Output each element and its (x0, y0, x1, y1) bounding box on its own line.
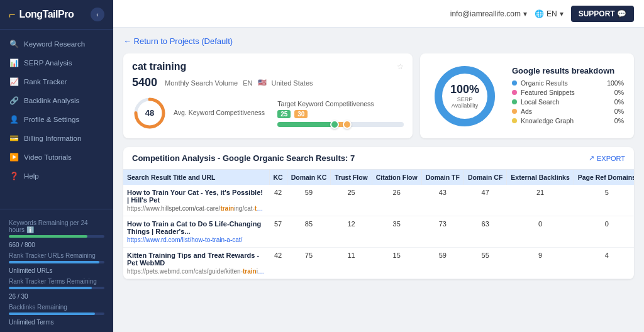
sidebar-item-label: Backlink Analysis (24, 97, 79, 104)
page-ref-0: 5 (574, 185, 634, 216)
table-row: Kitten Training Tips and Treat Rewards -… (123, 248, 634, 279)
result-title-0: How to Train Your Cat - Yes, it's Possib… (127, 189, 265, 204)
volume-label: Monthly Search Volume (165, 79, 238, 87)
rank-tracker-urls-value: Unlimited URLs (9, 267, 104, 274)
table-row: How to Train a Cat to Do 5 Life-Changing… (123, 216, 634, 248)
serp-donut: 100% SERPAvailability (430, 62, 499, 131)
col-domain-tf: Domain TF (421, 170, 464, 185)
col-citation-flow: Citation Flow (372, 170, 421, 185)
sidebar-item-label: Video Tutorials (24, 153, 72, 161)
sidebar-toggle-button[interactable]: ‹ (91, 8, 104, 21)
result-url-1[interactable]: https://www.rd.com/list/how-to-train-a-c… (127, 236, 265, 243)
ads-pct: 0% (614, 108, 624, 115)
keywords-remaining-label: Keywords Remaining per 24 hours ℹ️ (9, 219, 104, 233)
keyword-card-header: cat training ☆ (132, 61, 404, 72)
sidebar: ⌐ LongTailPro ‹ 🔍 Keyword Research 📊 SER… (0, 0, 113, 332)
col-domain-cf: Domain CF (464, 170, 506, 185)
competition-title: Competition Analysis - Google Organic Se… (132, 153, 355, 163)
trust-flow-2: 11 (331, 248, 372, 279)
billing-icon: 💳 (9, 134, 19, 143)
slider-handle-2[interactable] (343, 120, 352, 129)
keyword-meta: 5400 Monthly Search Volume EN 🇺🇸 United … (132, 76, 404, 89)
kc-donut-svg: 48 (132, 96, 167, 131)
trust-flow-0: 25 (331, 185, 372, 216)
slider-val1: 25 (277, 110, 291, 118)
topbar: info@iamreallife.com ▾ 🌐 EN ▾ SUPPORT 💬 (113, 0, 644, 28)
sidebar-item-backlink-analysis[interactable]: 🔗 Backlink Analysis (0, 91, 113, 110)
star-icon[interactable]: ☆ (397, 62, 404, 71)
domain-cf-1: 63 (464, 216, 506, 248)
backlink-analysis-icon: 🔗 (9, 96, 19, 105)
result-url-0[interactable]: https://www.hillspet.com/cat-care/traini… (127, 205, 265, 212)
sidebar-item-label: Profile & Settings (24, 116, 79, 123)
kc-1: 57 (269, 216, 287, 248)
ext-backlinks-1: 0 (507, 216, 574, 248)
target-kc-metric: Target Keyword Competitiveness 25 30 (277, 100, 404, 127)
topbar-email[interactable]: info@iamreallife.com ▾ (450, 9, 527, 18)
video-tutorials-icon: ▶️ (9, 153, 19, 162)
sidebar-item-label: Help (24, 172, 39, 180)
citation-flow-2: 15 (372, 248, 421, 279)
keywords-progress-bar (9, 235, 87, 238)
serp-donut-label: 100% SERPAvailability (450, 82, 479, 109)
sidebar-item-video-tutorials[interactable]: ▶️ Video Tutorials (0, 148, 113, 167)
sidebar-logo-area: ⌐ LongTailPro ‹ (0, 0, 113, 30)
back-link[interactable]: ← Return to Projects (Default) (123, 36, 634, 46)
result-title-1: How to Train a Cat to Do 5 Life-Changing… (127, 220, 265, 235)
sidebar-item-serp-analysis[interactable]: 📊 SERP Analysis (0, 53, 113, 72)
kc-0: 42 (269, 185, 287, 216)
target-slider-track[interactable] (277, 122, 404, 127)
competition-table-wrapper: Search Result Title and URL KC Domain KC… (123, 170, 634, 279)
backlinks-bar (9, 313, 95, 315)
keyword-metrics: 48 Avg. Keyword Competitiveness Target K… (132, 96, 404, 131)
keyword-title: cat training (132, 61, 186, 72)
col-kc: KC (269, 170, 287, 185)
sidebar-item-help[interactable]: ❓ Help (0, 167, 113, 185)
domain-tf-2: 59 (421, 248, 464, 279)
ext-backlinks-0: 21 (507, 185, 574, 216)
export-button[interactable]: ↗ EXPORT (589, 154, 625, 162)
rank-tracker-icon: 📈 (9, 77, 19, 86)
slider-markers: 25 30 (277, 110, 404, 118)
local-label: Local Search (521, 98, 559, 106)
backlinks-remaining-value: Unlimited Terms (9, 319, 104, 326)
top-cards-row: cat training ☆ 5400 Monthly Search Volum… (123, 53, 634, 138)
table-row: How to Train Your Cat - Yes, it's Possib… (123, 185, 634, 216)
sidebar-item-billing[interactable]: 💳 Billing Information (0, 129, 113, 148)
kc-2: 42 (269, 248, 287, 279)
citation-flow-0: 26 (372, 185, 421, 216)
domain-tf-1: 73 (421, 216, 464, 248)
keyword-volume: 5400 (132, 76, 157, 89)
trust-flow-1: 12 (331, 216, 372, 248)
google-legend-title: Google results breakdown (512, 66, 624, 75)
keywords-remaining-value: 660 / 800 (9, 241, 104, 248)
kc-label: Avg. Keyword Competitiveness (174, 109, 265, 118)
main-area: info@iamreallife.com ▾ 🌐 EN ▾ SUPPORT 💬 … (113, 0, 644, 332)
local-dot (512, 99, 517, 104)
rank-tracker-terms-value: 26 / 30 (9, 293, 104, 300)
local-pct: 0% (614, 98, 624, 106)
help-icon: ❓ (9, 172, 19, 180)
keyword-lang: EN (243, 79, 252, 87)
domain-cf-0: 47 (464, 185, 506, 216)
domain-cf-2: 55 (464, 248, 506, 279)
knowledge-dot (512, 118, 517, 123)
content-area: ← Return to Projects (Default) cat train… (113, 28, 644, 332)
support-button[interactable]: SUPPORT 💬 (571, 6, 634, 22)
slider-handle-1[interactable] (330, 120, 339, 129)
sidebar-item-keyword-research[interactable]: 🔍 Keyword Research (0, 35, 113, 53)
result-cell-2: Kitten Training Tips and Treat Rewards -… (123, 248, 269, 279)
result-url-2[interactable]: https://pets.webmd.com/cats/guide/kitten… (127, 268, 265, 275)
legend-ads: Ads 0% (512, 108, 624, 115)
ads-label: Ads (521, 108, 532, 115)
sidebar-item-profile-settings[interactable]: 👤 Profile & Settings (0, 110, 113, 129)
legend-local: Local Search 0% (512, 98, 624, 106)
backlinks-remaining-label: Backlinks Remaining (9, 304, 104, 311)
organic-label: Organic Results (521, 79, 568, 87)
knowledge-label: Knowledge Graph (521, 117, 574, 124)
sidebar-item-label: Keyword Research (24, 40, 85, 48)
serp-sub: SERPAvailability (450, 96, 479, 109)
featured-dot (512, 90, 517, 95)
topbar-lang[interactable]: 🌐 EN ▾ (535, 9, 564, 18)
sidebar-item-rank-tracker[interactable]: 📈 Rank Tracker (0, 72, 113, 91)
